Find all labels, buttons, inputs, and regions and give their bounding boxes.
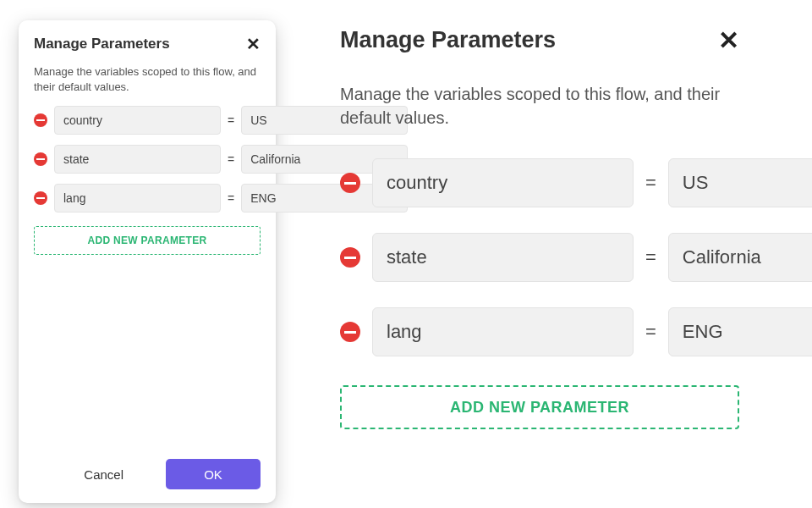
dialog-footer: Cancel OK: [34, 459, 261, 489]
ok-button[interactable]: OK: [166, 459, 261, 489]
remove-icon[interactable]: [340, 322, 360, 342]
param-name-input[interactable]: [372, 307, 634, 356]
dialog-title: Manage Parameters: [34, 36, 170, 52]
svg-rect-0: [36, 119, 45, 121]
svg-rect-2: [36, 197, 45, 199]
remove-icon[interactable]: [340, 247, 360, 268]
manage-parameters-dialog: Manage Parameters ✕ Manage the variables…: [19, 20, 276, 503]
parameter-row: =: [34, 106, 261, 135]
equals-label: =: [645, 172, 656, 194]
add-parameter-button[interactable]: ADD NEW PARAMETER: [340, 385, 739, 429]
param-name-input[interactable]: [54, 106, 221, 135]
manage-parameters-dialog-zoom: Manage Parameters ✕ Manage the variables…: [340, 27, 739, 429]
parameter-row: =: [340, 233, 739, 282]
parameter-row: =: [340, 158, 739, 207]
parameter-row: =: [34, 184, 261, 213]
close-icon[interactable]: ✕: [246, 36, 261, 52]
dialog-header: Manage Parameters ✕: [34, 36, 261, 52]
param-name-input[interactable]: [372, 158, 634, 207]
close-icon[interactable]: ✕: [718, 28, 739, 53]
add-parameter-label: ADD NEW PARAMETER: [450, 399, 629, 417]
parameter-row: =: [340, 307, 739, 356]
add-parameter-button[interactable]: ADD NEW PARAMETER: [34, 226, 261, 255]
remove-icon[interactable]: [34, 152, 47, 166]
remove-icon[interactable]: [340, 173, 360, 193]
equals-label: =: [228, 113, 234, 127]
svg-rect-1: [36, 158, 45, 160]
remove-icon[interactable]: [34, 113, 47, 127]
param-value-input[interactable]: [668, 233, 812, 282]
svg-rect-4: [344, 257, 356, 259]
dialog-title: Manage Parameters: [340, 27, 556, 53]
add-parameter-label: ADD NEW PARAMETER: [88, 235, 207, 246]
svg-rect-5: [344, 331, 356, 334]
param-value-input[interactable]: [668, 307, 812, 356]
equals-label: =: [645, 321, 656, 343]
equals-label: =: [645, 246, 656, 268]
param-name-input[interactable]: [372, 233, 634, 282]
svg-rect-3: [344, 182, 356, 185]
dialog-description: Manage the variables scoped to this flow…: [34, 64, 261, 94]
param-name-input[interactable]: [54, 145, 221, 174]
cancel-button[interactable]: Cancel: [84, 467, 123, 482]
equals-label: =: [228, 191, 234, 205]
parameter-list: = = =: [34, 106, 261, 213]
parameter-row: =: [34, 145, 261, 174]
remove-icon[interactable]: [34, 191, 47, 205]
dialog-description: Manage the variables scoped to this flow…: [340, 82, 739, 130]
param-value-input[interactable]: [668, 158, 812, 207]
parameter-list: = = =: [340, 158, 739, 356]
param-name-input[interactable]: [54, 184, 221, 213]
equals-label: =: [228, 152, 234, 166]
dialog-header: Manage Parameters ✕: [340, 27, 739, 53]
